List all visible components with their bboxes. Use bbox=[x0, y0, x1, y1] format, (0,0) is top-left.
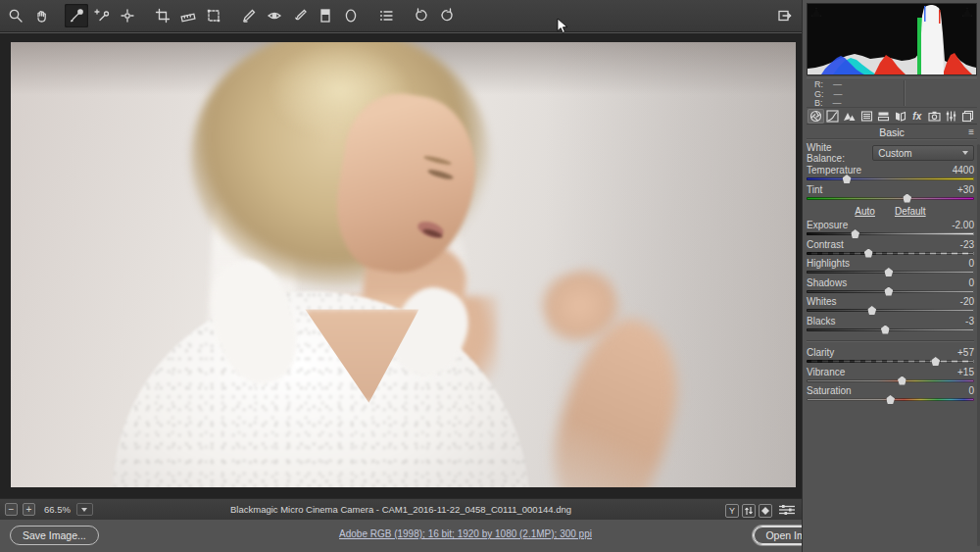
preview-preferences-button[interactable] bbox=[778, 503, 796, 519]
slider-contrast: Contrast-23 bbox=[807, 239, 974, 259]
copy-settings-button[interactable] bbox=[759, 504, 772, 518]
slider-thumb[interactable] bbox=[881, 326, 890, 334]
slider-thumb[interactable] bbox=[867, 306, 876, 315]
slider-clarity: Clarity+57 bbox=[807, 347, 974, 367]
temperature-slider[interactable] bbox=[807, 176, 974, 182]
rotate-cw-icon bbox=[438, 7, 456, 25]
tint-slider[interactable] bbox=[807, 195, 974, 202]
straighten-tool[interactable] bbox=[176, 4, 200, 27]
white-balance-tool[interactable] bbox=[65, 4, 88, 27]
slider-track bbox=[807, 379, 974, 382]
b-value: — bbox=[833, 99, 843, 109]
lens-icon bbox=[894, 110, 906, 123]
mixer-icon bbox=[945, 110, 957, 123]
photo-preview[interactable] bbox=[11, 42, 796, 487]
slider-thumb[interactable] bbox=[851, 229, 859, 238]
slider-thumb[interactable] bbox=[884, 287, 893, 296]
tab-tone-curve[interactable] bbox=[824, 109, 841, 124]
slider-value: +57 bbox=[957, 347, 974, 358]
shadows-slider[interactable] bbox=[807, 288, 974, 295]
rotate-left-button[interactable] bbox=[410, 4, 433, 27]
transform-tool[interactable] bbox=[202, 4, 225, 27]
tab-snapshots[interactable] bbox=[959, 109, 976, 124]
exposure-slider[interactable] bbox=[807, 230, 974, 237]
spot-removal-tool[interactable] bbox=[237, 4, 261, 27]
divider bbox=[905, 80, 906, 106]
tab-lens-corrections[interactable] bbox=[892, 109, 908, 124]
graduated-filter-tool[interactable] bbox=[314, 4, 337, 27]
white-balance-dropdown[interactable]: Custom bbox=[872, 145, 974, 161]
tab-effects[interactable]: fx bbox=[908, 109, 925, 124]
slider-shadows: Shadows0 bbox=[807, 277, 974, 297]
workflow-options-link[interactable]: Adobe RGB (1998); 16 bit; 1920 by 1080 (… bbox=[339, 528, 592, 539]
histogram bbox=[807, 3, 977, 75]
adjustment-brush-tool[interactable] bbox=[288, 4, 312, 27]
slider-value: +15 bbox=[957, 367, 974, 377]
slider-track bbox=[807, 252, 974, 255]
slider-value: 0 bbox=[968, 258, 974, 269]
slider-thumb[interactable] bbox=[843, 175, 852, 183]
hand-tool[interactable] bbox=[29, 4, 53, 27]
mountains-icon bbox=[843, 110, 856, 123]
vibrance-slider[interactable] bbox=[807, 377, 974, 384]
zoom-tool[interactable] bbox=[4, 4, 27, 27]
list-icon bbox=[377, 7, 395, 25]
tab-presets[interactable] bbox=[943, 109, 959, 124]
targeted-adjustment-tool[interactable] bbox=[116, 4, 139, 27]
radial-filter-tool[interactable] bbox=[339, 4, 363, 27]
white-balance-value: Custom bbox=[878, 148, 911, 159]
rotate-right-button[interactable] bbox=[435, 4, 459, 27]
slider-thumb[interactable] bbox=[864, 249, 873, 258]
slider-thumb[interactable] bbox=[903, 194, 911, 203]
preferences-button[interactable] bbox=[374, 4, 398, 27]
magnifier-icon bbox=[7, 7, 24, 25]
histogram-plot bbox=[808, 4, 976, 75]
sliders-icon bbox=[778, 503, 796, 517]
hand-icon bbox=[32, 7, 50, 25]
red-eye-tool[interactable] bbox=[263, 4, 286, 27]
zoom-in-button[interactable]: + bbox=[23, 503, 35, 516]
chevron-down-icon bbox=[81, 508, 87, 512]
graduated-filter-icon bbox=[317, 7, 334, 25]
swap-settings-button[interactable] bbox=[742, 504, 756, 518]
slider-track bbox=[807, 360, 974, 363]
slider-thumb[interactable] bbox=[884, 268, 893, 276]
slider-thumb[interactable] bbox=[898, 376, 906, 385]
saturation-slider[interactable] bbox=[807, 396, 974, 403]
before-after-toggle-button[interactable]: Y bbox=[725, 504, 739, 518]
tab-camera-calibration[interactable] bbox=[926, 109, 943, 124]
default-link[interactable]: Default bbox=[895, 206, 926, 217]
slider-exposure: Exposure-2.00 bbox=[807, 220, 974, 239]
slider-value: -23 bbox=[960, 239, 974, 250]
clarity-slider[interactable] bbox=[807, 358, 974, 365]
slider-track bbox=[807, 232, 974, 235]
slider-value: 0 bbox=[968, 385, 974, 396]
zoom-out-button[interactable]: − bbox=[5, 503, 18, 516]
camera-raw-dialog: − + 66.5% Blackmagic Micro Cinema Camera… bbox=[0, 0, 980, 552]
slider-thumb[interactable] bbox=[931, 357, 940, 366]
slider-label: Tint bbox=[807, 184, 822, 195]
zoom-level-dropdown[interactable] bbox=[76, 503, 93, 516]
basic-panel: White Balance: Custom Temperature4400 Ti… bbox=[807, 144, 974, 405]
slider-track bbox=[807, 328, 974, 331]
whites-slider[interactable] bbox=[807, 307, 974, 314]
tab-split-toning[interactable] bbox=[875, 109, 892, 124]
slider-thumb[interactable] bbox=[886, 395, 895, 404]
blacks-slider[interactable] bbox=[807, 326, 974, 333]
color-sampler-tool[interactable] bbox=[90, 4, 114, 27]
auto-link[interactable]: Auto bbox=[855, 206, 875, 217]
image-canvas[interactable] bbox=[0, 33, 802, 498]
crop-tool[interactable] bbox=[151, 4, 174, 27]
white-balance-label: White Balance: bbox=[807, 142, 872, 164]
divider bbox=[807, 340, 974, 341]
save-image-button[interactable]: Save Image... bbox=[10, 526, 99, 545]
toggle-fullscreen-button[interactable] bbox=[772, 4, 796, 27]
tab-hsl-grayscale[interactable] bbox=[858, 109, 875, 124]
tab-detail[interactable] bbox=[841, 109, 858, 124]
contrast-slider[interactable] bbox=[807, 250, 974, 257]
slider-highlights: Highlights0 bbox=[807, 258, 974, 277]
diamond-icon bbox=[760, 506, 770, 516]
tab-basic[interactable] bbox=[808, 109, 824, 124]
panel-menu-icon[interactable]: ≡ bbox=[968, 127, 974, 137]
highlights-slider[interactable] bbox=[807, 269, 974, 276]
